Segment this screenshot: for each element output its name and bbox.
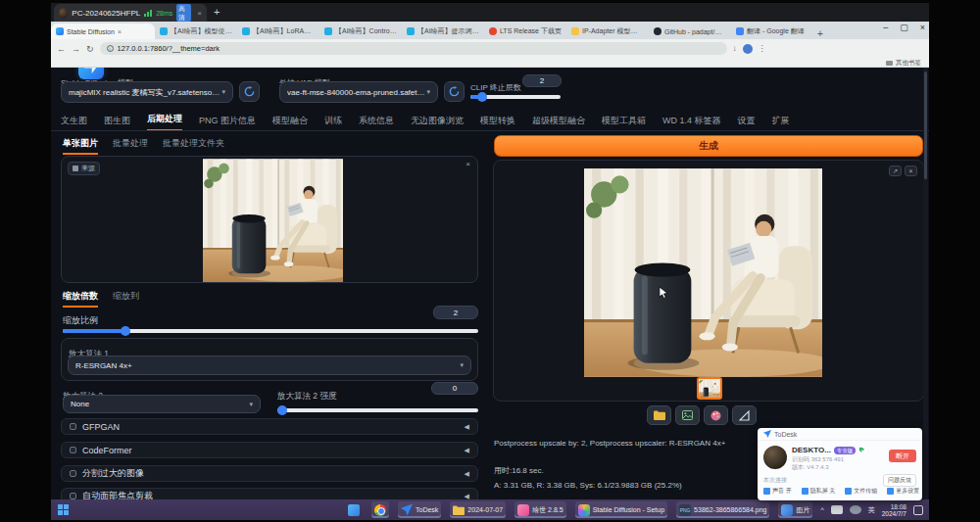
start-button[interactable] <box>58 504 69 515</box>
scale-ratio-slider[interactable] <box>63 329 478 333</box>
taskbar-sd-setup[interactable]: Stable Diffusion - Setup <box>575 501 667 518</box>
new-tab-button[interactable]: + <box>813 28 827 39</box>
task-view-button[interactable] <box>345 501 363 518</box>
other-bookmarks[interactable]: 其他书签 <box>886 59 921 68</box>
checkbox-icon[interactable] <box>70 493 76 499</box>
tab-extras[interactable]: 后期处理 <box>147 113 182 131</box>
tab-model-converter[interactable]: 模型转换 <box>480 115 515 131</box>
refresh-model-button[interactable] <box>239 81 260 102</box>
tab-checkpoint-merger[interactable]: 模型融合 <box>272 115 308 131</box>
remote-session-tab[interactable]: PC-20240625HFPL 28ms 高清 × <box>54 4 207 22</box>
tab-img2img[interactable]: 图生图 <box>104 115 130 131</box>
clock[interactable]: 18:08 2024/7/7 <box>882 503 906 517</box>
download-icon[interactable]: ↓ <box>733 44 737 53</box>
source-image-dropzone[interactable]: 来源 × <box>61 156 478 283</box>
taskbar-chrome[interactable] <box>371 501 389 518</box>
profile-avatar[interactable] <box>743 44 753 54</box>
collapse-arrow-icon[interactable]: ◀ <box>465 447 469 454</box>
privacy-screen-toggle[interactable]: 隐私屏 关 <box>802 487 836 496</box>
tab-wd14-tagger[interactable]: WD 1.4 标签器 <box>662 115 721 131</box>
language-indicator[interactable]: 英 <box>868 505 875 515</box>
clear-image-icon[interactable]: × <box>466 160 470 168</box>
audio-toggle[interactable]: 声音 开 <box>763 487 792 496</box>
tab-system-info[interactable]: 系统信息 <box>359 115 394 131</box>
tab-model-toolkit[interactable]: 模型工具箱 <box>602 115 646 131</box>
browser-tab-active[interactable]: Stable Diffusion × <box>51 24 155 39</box>
taskbar-png-file[interactable]: PNG 53862-3865866584.png <box>676 501 769 518</box>
scale-ratio-value[interactable]: 2 <box>433 306 478 319</box>
browser-tab[interactable]: 【AI绘画】提示词入门_哔哩哔哩 <box>402 24 484 39</box>
disconnect-button[interactable]: 断开 <box>889 450 916 462</box>
tab-super-merger[interactable]: 超级模型融合 <box>532 115 585 131</box>
tab-scale-to[interactable]: 缩放到 <box>113 290 139 308</box>
upscaler2-strength-value[interactable]: 0 <box>431 382 478 395</box>
subtab-batch-folder[interactable]: 批量处理文件夹 <box>163 137 224 155</box>
close-result-button[interactable]: × <box>905 166 917 176</box>
upscaler2-dropdown[interactable]: None ▾ <box>63 395 261 413</box>
upscaler2-strength-slider[interactable] <box>277 408 478 412</box>
accordion-codeformer[interactable]: CodeFormer ◀ <box>61 442 478 458</box>
browser-tab[interactable]: 【AI绘画】LoRA模型训练_哔哩哔哩 <box>237 24 319 39</box>
clip-skip-value[interactable]: 2 <box>522 74 562 87</box>
tab-png-info[interactable]: PNG 图片信息 <box>199 115 256 131</box>
slider-handle[interactable] <box>477 92 487 102</box>
todesk-session-panel[interactable]: ToDesk DESKTO... 专业版 识别码 363 576 491 版本:… <box>758 428 922 500</box>
page-scrollbar[interactable] <box>923 68 928 499</box>
browser-tab[interactable]: 【AI绘画】ControlNet教程_哔哩哔哩 <box>319 24 402 39</box>
collapse-arrow-icon[interactable]: ◀ <box>465 470 469 478</box>
browser-tab[interactable]: IP-Adapter 模型下载 <box>566 24 649 39</box>
result-image[interactable] <box>584 168 822 377</box>
back-icon[interactable]: ← <box>57 44 66 54</box>
close-session-icon[interactable]: × <box>197 9 202 18</box>
tab-train[interactable]: 训练 <box>324 115 342 131</box>
tab-close-icon[interactable]: × <box>118 28 122 35</box>
new-session-button[interactable]: + <box>214 6 220 18</box>
accordion-auto-face-crop[interactable]: 自动面部焦点剪裁 ◀ <box>61 488 478 499</box>
slider-handle[interactable] <box>121 326 130 336</box>
reload-icon[interactable]: ↻ <box>86 44 94 54</box>
collapse-arrow-icon[interactable]: ◀ <box>465 493 469 500</box>
tray-app-icon[interactable] <box>831 505 843 514</box>
browser-tab[interactable]: LTS Release 下载页 <box>484 24 566 39</box>
tab-settings[interactable]: 设置 <box>738 115 756 131</box>
phone-icon[interactable] <box>858 447 865 453</box>
accordion-split-oversized[interactable]: 分割过大的图像 ◀ <box>61 465 478 482</box>
taskbar-pictures[interactable]: 图片 <box>778 501 812 518</box>
subtab-single-image[interactable]: 单张图片 <box>63 137 98 155</box>
feedback-button[interactable]: 问题反馈 <box>883 474 916 487</box>
tray-app-icon[interactable] <box>850 505 861 514</box>
collapse-arrow-icon[interactable]: ◀ <box>465 423 469 431</box>
browser-tab[interactable]: 【AI绘画】模型使用教程_哔哩哔哩 <box>155 24 237 39</box>
subtab-batch-process[interactable]: 批量处理 <box>113 137 148 155</box>
taskbar-launcher[interactable]: 绘世 2.8.5 <box>514 501 566 518</box>
tray-expand-icon[interactable]: ^ <box>820 506 823 513</box>
save-image-button[interactable] <box>675 405 700 425</box>
resize-tool-button[interactable] <box>732 405 757 425</box>
more-settings-button[interactable]: 更多设置 <box>887 487 919 496</box>
tab-infinite-browser[interactable]: 无边图像浏览 <box>411 115 464 131</box>
open-folder-button[interactable] <box>647 405 671 425</box>
send-to-extras-button[interactable] <box>704 405 728 425</box>
source-image[interactable] <box>203 159 343 282</box>
scrollbar-thumb[interactable] <box>924 71 927 179</box>
file-transfer-button[interactable]: 文件传输 <box>845 487 877 496</box>
taskbar-todesk[interactable]: ToDesk <box>398 501 441 518</box>
close-button[interactable]: × <box>920 23 925 32</box>
notification-center-icon[interactable] <box>913 505 923 515</box>
browser-tab[interactable]: 翻译 - Google 翻译 <box>731 24 813 39</box>
checkbox-icon[interactable] <box>70 470 76 477</box>
maximize-button[interactable]: ▢ <box>900 23 908 32</box>
minimize-button[interactable]: – <box>883 23 888 32</box>
slider-handle[interactable] <box>277 405 287 415</box>
menu-icon[interactable]: ⋮ <box>759 44 766 53</box>
refresh-vae-button[interactable] <box>444 81 465 102</box>
generate-button[interactable]: 生成 <box>494 135 923 157</box>
browser-tab[interactable]: GitHub - padapt/Studio <box>649 24 731 39</box>
tab-extensions[interactable]: 扩展 <box>772 115 790 131</box>
tab-txt2img[interactable]: 文生图 <box>61 115 87 131</box>
site-info-icon[interactable]: i <box>107 45 114 52</box>
taskbar-folder[interactable]: 2024-07-07 <box>450 501 506 518</box>
address-bar[interactable]: i 127.0.0.1:7860/?__theme=dark <box>100 42 727 55</box>
quality-badge[interactable]: 高清 <box>176 4 191 22</box>
forward-icon[interactable]: → <box>72 44 80 54</box>
